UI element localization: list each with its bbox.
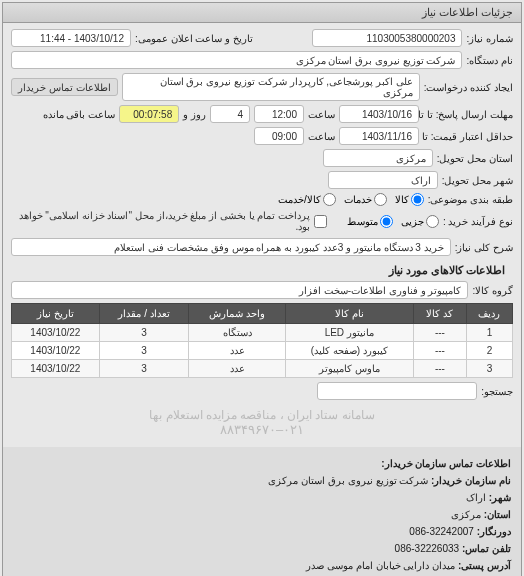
search-input[interactable] — [317, 382, 477, 400]
buy-motevaset[interactable]: متوسط — [347, 215, 393, 228]
days-field: 4 — [210, 105, 250, 123]
contact-heading-1: اطلاعات تماس سازمان خریدار: — [13, 455, 511, 472]
group-field: کامپیوتر و فناوری اطلاعات-سخت افزار — [11, 281, 468, 299]
items-table: ردیفکد کالانام کالاواحد شمارشتعداد / مقد… — [11, 303, 513, 378]
table-cell: عدد — [189, 342, 285, 360]
search-label: جستجو: — [481, 386, 513, 397]
group-section-title: اطلاعات کالاهای مورد نیاز — [19, 264, 505, 277]
table-cell: --- — [413, 342, 466, 360]
form-area: شماره نیاز: 1103005380000203 تاریخ و ساع… — [3, 23, 521, 447]
city-value: اراک — [466, 492, 486, 503]
delivery-city-label: شهر محل تحویل: — [442, 175, 513, 186]
org-value: شرکت توزیع نیروی برق استان مرکزی — [268, 475, 428, 486]
table-cell: 1403/10/22 — [12, 360, 100, 378]
buy-jozi[interactable]: جزیی — [401, 215, 439, 228]
city-label: شهر: — [489, 492, 511, 503]
desc-field: خرید 3 دستگاه مانیتور و 3عدد کیبورد به ه… — [11, 238, 451, 256]
remain-field: 00:07:58 — [119, 105, 179, 123]
deadline-label: مهلت ارسال پاسخ: تا تاریخ: — [423, 109, 513, 120]
addr-value: میدان دارایی خیابان امام موسی صدر — [306, 560, 455, 571]
payment-checkbox[interactable] — [314, 215, 327, 228]
creator-field: علی اکبر پورشجاعی, کارپردار شرکت توزیع ن… — [122, 73, 420, 101]
watermark-text: سامانه ستاد ایران ، مناقصه مزایده استعلا… — [11, 408, 513, 422]
fax-value: 32242007-086 — [409, 526, 474, 537]
pack-khadamat[interactable]: خدمات — [344, 193, 387, 206]
creator-label: ایجاد کننده درخواست: — [424, 82, 513, 93]
buyer-contact-button[interactable]: اطلاعات تماس خریدار — [11, 78, 118, 96]
table-cell: --- — [413, 360, 466, 378]
table-cell: 1403/10/22 — [12, 324, 100, 342]
validity-date-field: 1403/11/16 — [339, 127, 419, 145]
announce-field: 1403/10/12 - 11:44 — [11, 29, 131, 47]
table-row[interactable]: 3---ماوس کامپیوترعدد31403/10/22 — [12, 360, 513, 378]
device-label: نام دستگاه: — [466, 55, 513, 66]
table-cell: دستگاه — [189, 324, 285, 342]
device-field: شرکت توزیع نیروی برق استان مرکزی — [11, 51, 462, 69]
table-cell: کیبورد (صفحه کلید) — [285, 342, 413, 360]
watermark: سامانه ستاد ایران ، مناقصه مزایده استعلا… — [11, 404, 513, 441]
pack-label: طبقه بندی موضوعی: — [428, 194, 513, 205]
time-label-2: ساعت — [308, 131, 335, 142]
table-header: واحد شمارش — [189, 304, 285, 324]
addr-label: آدرس پستی: — [458, 560, 511, 571]
delivery-province-label: استان محل تحویل: — [437, 153, 513, 164]
table-cell: --- — [413, 324, 466, 342]
fax-label: دورنگار: — [477, 526, 511, 537]
province-value: مرکزی — [451, 509, 481, 520]
phone-label: تلفن تماس: — [462, 543, 511, 554]
validity-time-field: 09:00 — [254, 127, 304, 145]
delivery-province-field: مرکزی — [323, 149, 433, 167]
table-header: نام کالا — [285, 304, 413, 324]
deadline-time-field: 12:00 — [254, 105, 304, 123]
buy-type-label: نوع فرآیند خرید : — [443, 216, 513, 227]
table-cell: 2 — [466, 342, 512, 360]
table-cell: عدد — [189, 360, 285, 378]
contact-block: اطلاعات تماس سازمان خریدار: نام سازمان خ… — [3, 447, 521, 576]
payment-note: پرداخت تمام یا بخشی از مبلغ خرید،از محل … — [11, 210, 310, 232]
day-label: روز و — [183, 109, 206, 120]
table-header: ردیف — [466, 304, 512, 324]
table-cell: 3 — [466, 360, 512, 378]
table-header: تعداد / مقدار — [99, 304, 189, 324]
org-label: نام سازمان خریدار: — [431, 475, 511, 486]
table-cell: ماوس کامپیوتر — [285, 360, 413, 378]
province-label: استان: — [484, 509, 511, 520]
pack-radio-group: کالا خدمات کالا/خدمت — [278, 193, 424, 206]
buy-type-radio-group: جزیی متوسط — [347, 215, 439, 228]
table-header: تاریخ نیاز — [12, 304, 100, 324]
req-no-label: شماره نیاز: — [466, 33, 513, 44]
pack-both[interactable]: کالا/خدمت — [278, 193, 336, 206]
phone-value: 32226033-086 — [395, 543, 460, 554]
validity-label: حداقل اعتبار قیمت: تا تاریخ: — [423, 131, 513, 142]
group-label: گروه کالا: — [472, 285, 513, 296]
req-no-field: 1103005380000203 — [312, 29, 462, 47]
table-header: کد کالا — [413, 304, 466, 324]
watermark-phone: ۰۲۱–۸۸۳۴۹۶۷۰ — [11, 422, 513, 437]
table-cell: 3 — [99, 360, 189, 378]
table-cell: 1403/10/22 — [12, 342, 100, 360]
deadline-date-field: 1403/10/16 — [339, 105, 419, 123]
remain-label: ساعت باقی مانده — [43, 109, 116, 120]
delivery-city-field: اراک — [328, 171, 438, 189]
panel-title: جزئیات اطلاعات نیاز — [3, 3, 521, 23]
pack-kala[interactable]: کالا — [395, 193, 424, 206]
table-cell: 1 — [466, 324, 512, 342]
desc-label: شرح کلی نیاز: — [455, 242, 513, 253]
table-cell: 3 — [99, 324, 189, 342]
main-panel: جزئیات اطلاعات نیاز شماره نیاز: 11030053… — [2, 2, 522, 576]
table-cell: 3 — [99, 342, 189, 360]
table-cell: مانیتور LED — [285, 324, 413, 342]
table-row[interactable]: 2---کیبورد (صفحه کلید)عدد31403/10/22 — [12, 342, 513, 360]
announce-label: تاریخ و ساعت اعلان عمومی: — [135, 33, 253, 44]
table-row[interactable]: 1---مانیتور LEDدستگاه31403/10/22 — [12, 324, 513, 342]
time-label-1: ساعت — [308, 109, 335, 120]
